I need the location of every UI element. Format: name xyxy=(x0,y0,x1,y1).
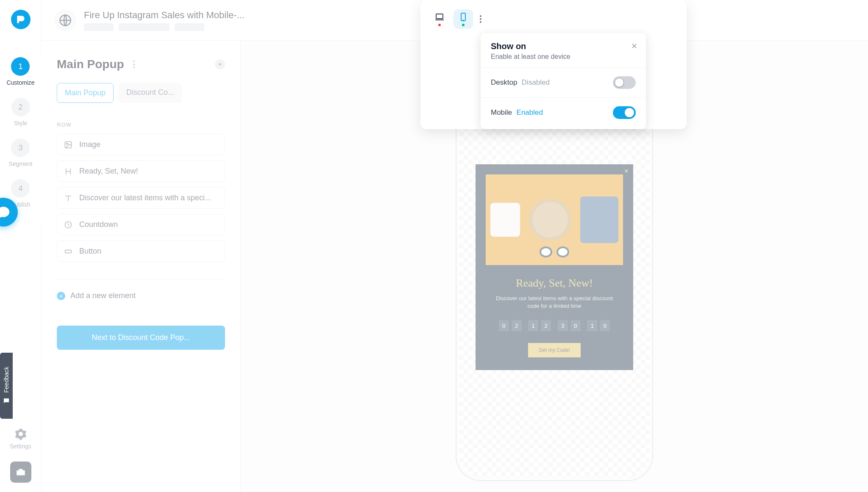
device-mobile-button[interactable] xyxy=(453,9,473,29)
editor-title: Main Popup xyxy=(57,58,124,71)
cd-digit: 0 xyxy=(570,320,581,331)
desktop-toggle[interactable] xyxy=(613,76,636,89)
popup-heading: Ready, Set, New! xyxy=(486,277,623,290)
briefcase-icon xyxy=(15,467,26,478)
title-skeleton xyxy=(84,23,245,31)
plus-icon: + xyxy=(57,292,65,300)
editor-more-button[interactable] xyxy=(129,61,139,68)
device-state: Disabled xyxy=(522,78,550,86)
device-label: Desktop xyxy=(491,78,517,86)
add-element-label: Add a new element xyxy=(70,291,136,300)
divider xyxy=(57,279,225,279)
settings-button[interactable]: Settings xyxy=(10,428,31,450)
step-label: Style xyxy=(14,120,27,127)
popover-close-button[interactable]: ✕ xyxy=(631,41,637,51)
step-badge: 2 xyxy=(11,98,30,116)
element-label: Button xyxy=(79,247,101,256)
element-heading[interactable]: Ready, Set, New! xyxy=(57,160,225,182)
phone-icon xyxy=(458,12,468,22)
step-badge: 1 xyxy=(11,57,30,76)
heading-icon xyxy=(64,167,72,176)
toolbox-button[interactable] xyxy=(10,462,31,483)
svg-rect-5 xyxy=(436,14,443,19)
preview-more-button[interactable] xyxy=(480,15,481,23)
add-section-button[interactable]: + xyxy=(215,59,225,69)
cd-digit: 0 xyxy=(600,320,610,331)
globe-button[interactable] xyxy=(54,9,76,31)
step-customize[interactable]: 1 Customize xyxy=(6,57,34,86)
gear-icon xyxy=(14,428,27,440)
element-text[interactable]: Discover our latest items with a speci..… xyxy=(57,187,225,209)
settings-label: Settings xyxy=(10,443,31,450)
page-title: Fire Up Instagram Sales with Mobile-... xyxy=(84,10,245,21)
globe-icon xyxy=(59,14,72,27)
status-dot-disabled xyxy=(438,24,441,26)
step-badge: 3 xyxy=(11,138,30,157)
app-logo[interactable] xyxy=(11,10,31,29)
cd-sep: : xyxy=(554,323,555,329)
popup-countdown: 0 2 : 1 2 : 3 0 : 1 0 xyxy=(486,320,623,331)
mobile-toggle[interactable] xyxy=(613,106,636,119)
step-label: Customize xyxy=(6,79,34,86)
svg-point-2 xyxy=(67,143,68,144)
text-icon xyxy=(64,194,72,202)
cd-digit: 2 xyxy=(512,320,522,331)
device-state: Enabled xyxy=(517,108,543,116)
device-label: Mobile xyxy=(491,108,512,116)
add-element-button[interactable]: + Add a new element xyxy=(57,291,225,300)
row-label: ROW xyxy=(57,122,225,128)
clock-icon xyxy=(64,221,72,229)
popup-paragraph: Discover our latest items with a special… xyxy=(486,295,623,310)
chat-icon xyxy=(3,397,10,405)
device-desktop-button[interactable] xyxy=(430,9,449,29)
preview-header-card: Show on Enable at least one device ✕ Des… xyxy=(420,0,687,129)
tab-discount-code[interactable]: Discount Co... xyxy=(119,83,182,103)
cd-sep: : xyxy=(583,323,585,329)
cd-digit: 0 xyxy=(499,320,509,331)
popup-image xyxy=(486,174,623,265)
next-button[interactable]: Next to Discount Code Pop... xyxy=(57,326,225,350)
popover-title: Show on xyxy=(491,41,636,51)
status-dot-enabled xyxy=(462,24,465,26)
tab-main-popup[interactable]: Main Popup xyxy=(57,83,114,103)
step-style[interactable]: 2 Style xyxy=(11,98,30,127)
cd-digit: 3 xyxy=(558,320,568,331)
chat-bubble-icon xyxy=(0,205,11,219)
element-label: Discover our latest items with a speci..… xyxy=(79,193,211,202)
show-on-popover: Show on Enable at least one device ✕ Des… xyxy=(481,33,646,129)
step-badge: 4 xyxy=(11,179,30,198)
cd-digit: 2 xyxy=(541,320,551,331)
feedback-label: Feedback xyxy=(3,367,10,392)
element-label: Countdown xyxy=(79,220,118,229)
element-countdown[interactable]: Countdown xyxy=(57,214,225,235)
popup-cta-button[interactable]: Get my Code! xyxy=(528,343,581,357)
image-icon xyxy=(64,141,72,149)
popup-close-icon[interactable]: ✕ xyxy=(624,168,629,174)
feedback-tab[interactable]: Feedback xyxy=(0,353,13,419)
button-icon xyxy=(64,247,72,256)
editor-panel: Main Popup + Main Popup Discount Co... R… xyxy=(42,41,241,492)
element-label: Ready, Set, New! xyxy=(79,167,138,176)
step-segment[interactable]: 3 Segment xyxy=(8,138,32,167)
svg-rect-4 xyxy=(65,250,72,253)
element-button[interactable]: Button xyxy=(57,240,225,262)
element-label: Image xyxy=(79,140,100,149)
element-image[interactable]: Image xyxy=(57,134,225,155)
popover-subtitle: Enable at least one device xyxy=(491,53,636,61)
popup-preview: ✕ Ready, Set, New! Discover our latest i… xyxy=(476,164,633,370)
cd-digit: 1 xyxy=(528,320,538,331)
laptop-icon xyxy=(434,12,445,22)
cd-sep: : xyxy=(524,323,526,329)
cd-digit: 1 xyxy=(587,320,597,331)
step-label: Segment xyxy=(8,160,32,167)
